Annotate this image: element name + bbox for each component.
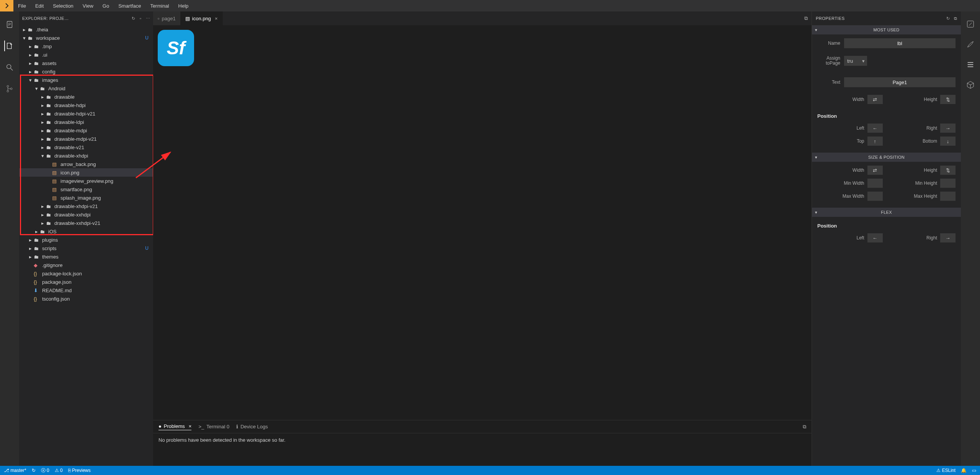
tree-item[interactable]: ▧imageview_preview.png [19, 177, 153, 185]
more-icon[interactable]: ⋯ [146, 16, 150, 21]
label-top: Top [857, 138, 864, 144]
tree-item[interactable]: ▸🖿scriptsU [19, 244, 153, 252]
folder-icon: 🖿 [46, 145, 52, 150]
edit-icon[interactable] [966, 20, 975, 29]
input-flex-left[interactable]: ← [867, 233, 883, 242]
tree-item[interactable]: {}package.json [19, 278, 153, 286]
input-flex-right[interactable]: → [940, 233, 956, 242]
input-left[interactable]: ← [867, 124, 883, 133]
tree-item[interactable]: ▾🖿workspaceU [19, 34, 153, 42]
tree-item[interactable]: ▸🖿drawable-ldpi [19, 118, 153, 126]
tab-page1[interactable]: ▫ page1 [153, 11, 181, 25]
close-icon[interactable]: × [215, 16, 218, 21]
tree-item[interactable]: ▸🖿iOS [19, 227, 153, 236]
eslint-status[interactable]: ⚠ ESLint [936, 468, 956, 473]
tab-icon-png[interactable]: ▧ icon.png × [181, 11, 223, 25]
menu-terminal[interactable]: Terminal [145, 0, 173, 11]
tree-item[interactable]: ▸🖿drawable-v21 [19, 143, 153, 151]
brush-icon[interactable] [966, 40, 975, 50]
menu-smartface[interactable]: Smartface [114, 0, 145, 11]
source-control-icon[interactable] [4, 83, 15, 94]
menu-go[interactable]: Go [98, 0, 114, 11]
maximize-icon[interactable]: ⧉ [954, 16, 957, 21]
layout-icon[interactable]: ▭ [972, 468, 976, 473]
tree-item[interactable]: ▸🖿drawable-xhdpi-v21 [19, 202, 153, 210]
cube-icon[interactable] [966, 81, 975, 90]
properties-header: PROPERTIES ↻ ⧉ [812, 11, 961, 25]
previews-link[interactable]: ⎘ Previews [68, 468, 91, 473]
bell-icon[interactable]: 🔔 [961, 468, 967, 473]
tree-item[interactable]: ▧icon.png [19, 168, 153, 177]
tree-item[interactable]: ▸🖿drawable-hdpi [19, 101, 153, 109]
tree-item[interactable]: ▾🖿Android [19, 84, 153, 93]
list-icon[interactable] [966, 60, 975, 70]
input-text[interactable] [844, 77, 956, 87]
input-right[interactable]: → [940, 124, 956, 133]
tree-item[interactable]: ▸🖿plugins [19, 236, 153, 244]
input-height2[interactable]: ⇅ [940, 166, 956, 175]
input-top[interactable]: ↑ [867, 137, 883, 146]
tree-item[interactable]: ▸🖿config [19, 67, 153, 76]
select-assign-to-page[interactable]: tru [844, 56, 867, 66]
tab-device-logs[interactable]: ℹ Device Logs [236, 424, 268, 429]
tree-item[interactable]: {}package-lock.json [19, 269, 153, 278]
input-width2[interactable]: ⇄ [867, 166, 883, 175]
input-max-height[interactable] [940, 192, 956, 201]
menu-view[interactable]: View [78, 0, 98, 11]
input-width[interactable]: ⇄ [867, 95, 883, 104]
tree-item[interactable]: ▸🖿drawable-xxhdpi-v21 [19, 219, 153, 227]
tree-item[interactable]: ◆.gitignore [19, 261, 153, 269]
tree-item[interactable]: ▸🖿.tmp [19, 42, 153, 50]
tree-item[interactable]: ▸🖿drawable-mdpi-v21 [19, 135, 153, 143]
tab-terminal[interactable]: >_ Terminal 0 [198, 424, 229, 429]
pages-icon[interactable]: P [4, 19, 15, 30]
input-name[interactable] [844, 38, 956, 48]
tree-item[interactable]: ▸🖿drawable [19, 93, 153, 101]
split-editor-icon[interactable]: ⧉ [804, 15, 808, 21]
tree-item[interactable]: ▸🖿themes [19, 252, 153, 261]
tree-item[interactable]: ▾🖿drawable-xhdpi [19, 151, 153, 160]
menu-edit[interactable]: Edit [31, 0, 48, 11]
close-icon[interactable]: × [189, 423, 192, 429]
tree-item[interactable]: ▧splash_image.png [19, 194, 153, 202]
git-branch[interactable]: ⎇ master* [4, 468, 26, 473]
info-icon: ℹ [236, 424, 238, 429]
errors-count[interactable]: ⓧ 0 [41, 467, 49, 474]
tree-item[interactable]: {}tsconfig.json [19, 294, 153, 303]
maximize-panel-icon[interactable]: ⧉ [803, 424, 806, 429]
tree-item[interactable]: ⬇README.md [19, 286, 153, 294]
tree-item[interactable]: ▧arrow_back.png [19, 160, 153, 168]
section-most-used[interactable]: ▾ MOST USED [812, 25, 961, 34]
image-file-icon: ▧ [52, 170, 58, 176]
tree-item[interactable]: ▸🖿assets [19, 59, 153, 67]
menu-help[interactable]: Help [174, 0, 193, 11]
input-height[interactable]: ⇅ [940, 95, 956, 104]
search-icon[interactable] [4, 62, 15, 73]
input-max-width[interactable] [867, 192, 883, 201]
menu-selection[interactable]: Selection [48, 0, 78, 11]
refresh-icon[interactable]: ↻ [946, 16, 950, 21]
tree-item[interactable]: ▸🖿drawable-xxhdpi [19, 210, 153, 219]
app-logo-button[interactable] [0, 0, 13, 11]
tree-item[interactable]: ▧smartface.png [19, 185, 153, 194]
tree-item[interactable]: ▸🖿drawable-mdpi [19, 126, 153, 135]
section-flex[interactable]: ▾ FLEX [812, 208, 961, 217]
menu-file[interactable]: File [13, 0, 31, 11]
new-file-icon[interactable]: ▫ [140, 16, 141, 21]
input-min-width[interactable] [867, 179, 883, 188]
explorer-icon[interactable] [4, 41, 15, 51]
chevron-icon: ▸ [40, 203, 45, 209]
input-min-height[interactable] [940, 179, 956, 188]
chevron-icon: ▸ [21, 27, 27, 33]
tree-item[interactable]: ▾🖿images [19, 76, 153, 84]
tree-item[interactable]: ▸🖿.theia [19, 25, 153, 34]
sync-icon[interactable]: ↻ [32, 468, 36, 473]
file-tree[interactable]: ▸🖿.theia▾🖿workspaceU▸🖿.tmp▸🖿.ui▸🖿assets▸… [19, 25, 153, 466]
refresh-icon[interactable]: ↻ [132, 16, 135, 21]
input-bottom[interactable]: ↓ [940, 137, 956, 146]
tree-item[interactable]: ▸🖿drawable-hdpi-v21 [19, 109, 153, 118]
tree-item[interactable]: ▸🖿.ui [19, 50, 153, 59]
tab-problems[interactable]: ● Problems × [158, 423, 191, 430]
warnings-count[interactable]: ⚠ 0 [55, 468, 63, 473]
section-size-position[interactable]: ▾ SIZE & POSITION [812, 153, 961, 162]
